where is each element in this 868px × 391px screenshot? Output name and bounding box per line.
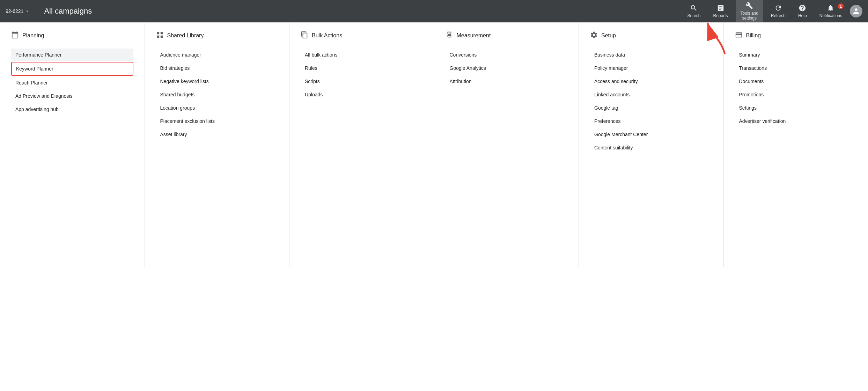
menu-item-shared-library-3[interactable]: Shared budgets — [156, 88, 278, 101]
top-navigation: 92-6221 All campaigns Search Reports — [0, 0, 868, 22]
menu-item-planning-1[interactable]: Keyword Planner — [11, 62, 133, 76]
search-button[interactable]: Search — [682, 2, 705, 20]
menu-item-setup-3[interactable]: Linked accounts — [590, 88, 712, 101]
help-icon — [799, 4, 806, 12]
menu-item-measurement-0[interactable]: Conversions — [446, 49, 568, 61]
gear-icon — [590, 31, 598, 40]
account-id-selector[interactable]: 92-6221 — [6, 8, 30, 14]
menu-item-billing-4[interactable]: Settings — [735, 102, 857, 114]
hourglass-icon — [446, 31, 453, 40]
search-icon — [690, 4, 698, 12]
menu-item-measurement-2[interactable]: Attribution — [446, 75, 568, 88]
tools-label: Tools andsettings — [741, 11, 758, 21]
menu-item-bulk-actions-1[interactable]: Rules — [301, 62, 423, 74]
column-title-measurement: Measurement — [457, 32, 491, 39]
menu-column-billing: BillingSummaryTransactionsDocumentsPromo… — [724, 23, 868, 267]
tools-settings-button[interactable]: Tools andsettings — [736, 0, 763, 23]
refresh-icon — [774, 4, 782, 12]
menu-item-billing-3[interactable]: Promotions — [735, 88, 857, 101]
chevron-down-icon — [25, 9, 30, 14]
column-title-planning: Planning — [22, 32, 44, 39]
nav-left: 92-6221 All campaigns — [6, 5, 682, 17]
column-header-billing: Billing — [735, 31, 857, 40]
notifications-label: Notifications — [819, 13, 842, 18]
menu-item-bulk-actions-2[interactable]: Scripts — [301, 75, 423, 88]
menu-item-measurement-1[interactable]: Google Analytics — [446, 62, 568, 74]
menu-column-shared-library: Shared LibraryAudience managerBid strate… — [145, 23, 290, 267]
help-label: Help — [798, 13, 807, 18]
menu-item-shared-library-5[interactable]: Placement exclusion lists — [156, 115, 278, 127]
menu-column-bulk-actions: Bulk ActionsAll bulk actionsRulesScripts… — [289, 23, 434, 267]
refresh-button[interactable]: Refresh — [766, 2, 790, 20]
column-title-billing: Billing — [746, 32, 761, 39]
search-label: Search — [687, 13, 700, 18]
notifications-button[interactable]: 1 Notifications — [815, 2, 847, 20]
menu-item-billing-5[interactable]: Advertiser verification — [735, 115, 857, 127]
card-icon — [735, 31, 743, 40]
menu-item-shared-library-0[interactable]: Audience manager — [156, 49, 278, 61]
avatar[interactable] — [850, 5, 862, 17]
menu-item-bulk-actions-0[interactable]: All bulk actions — [301, 49, 423, 61]
menu-item-shared-library-6[interactable]: Asset library — [156, 128, 278, 141]
tools-icon — [745, 2, 753, 9]
menu-column-planning: PlanningPerformance PlannerKeyword Plann… — [0, 23, 145, 267]
grid-icon — [156, 31, 164, 40]
menu-item-shared-library-1[interactable]: Bid strategies — [156, 62, 278, 74]
nav-divider — [37, 5, 37, 17]
column-header-setup: Setup — [590, 31, 712, 40]
menu-item-planning-4[interactable]: App advertising hub — [11, 103, 133, 116]
menu-item-planning-3[interactable]: Ad Preview and Diagnosis — [11, 90, 133, 102]
reports-icon — [717, 4, 724, 12]
menu-item-setup-5[interactable]: Preferences — [590, 115, 712, 127]
menu-item-planning-2[interactable]: Reach Planner — [11, 76, 133, 89]
menu-item-setup-2[interactable]: Access and security — [590, 75, 712, 88]
menu-item-setup-0[interactable]: Business data — [590, 49, 712, 61]
menu-item-setup-7[interactable]: Content suitability — [590, 141, 712, 154]
menu-item-billing-1[interactable]: Transactions — [735, 62, 857, 74]
reports-label: Reports — [713, 13, 728, 18]
calendar-icon — [11, 31, 19, 40]
refresh-label: Refresh — [771, 13, 786, 18]
menu-item-setup-6[interactable]: Google Merchant Center — [590, 128, 712, 141]
avatar-icon — [852, 7, 860, 15]
nav-right: Search Reports Tools andsettings Refresh — [682, 0, 862, 23]
column-header-bulk-actions: Bulk Actions — [301, 31, 423, 40]
menu-item-planning-0[interactable]: Performance Planner — [11, 49, 133, 61]
column-header-planning: Planning — [11, 31, 133, 40]
menu-item-setup-4[interactable]: Google tag — [590, 102, 712, 114]
notification-badge: 1 — [838, 3, 844, 9]
reports-button[interactable]: Reports — [708, 2, 733, 20]
menu-item-bulk-actions-3[interactable]: Uploads — [301, 88, 423, 101]
menu-column-measurement: MeasurementConversionsGoogle AnalyticsAt… — [434, 23, 579, 267]
menu-item-shared-library-4[interactable]: Location groups — [156, 102, 278, 114]
column-title-bulk-actions: Bulk Actions — [312, 32, 342, 39]
menu-item-billing-0[interactable]: Summary — [735, 49, 857, 61]
menu-column-setup: SetupBusiness dataPolicy managerAccess a… — [579, 23, 724, 267]
column-title-shared-library: Shared Library — [167, 32, 204, 39]
notifications-icon — [827, 4, 834, 12]
column-header-shared-library: Shared Library — [156, 31, 278, 40]
menu-item-setup-1[interactable]: Policy manager — [590, 62, 712, 74]
account-id-text: 92-6221 — [6, 8, 23, 14]
menu-item-shared-library-2[interactable]: Negative keyword lists — [156, 75, 278, 88]
copy-icon — [301, 31, 308, 40]
column-title-setup: Setup — [601, 32, 616, 39]
column-header-measurement: Measurement — [446, 31, 568, 40]
menu-item-billing-2[interactable]: Documents — [735, 75, 857, 88]
page-title: All campaigns — [44, 7, 92, 16]
tools-dropdown-menu: PlanningPerformance PlannerKeyword Plann… — [0, 22, 868, 267]
help-button[interactable]: Help — [793, 2, 812, 20]
